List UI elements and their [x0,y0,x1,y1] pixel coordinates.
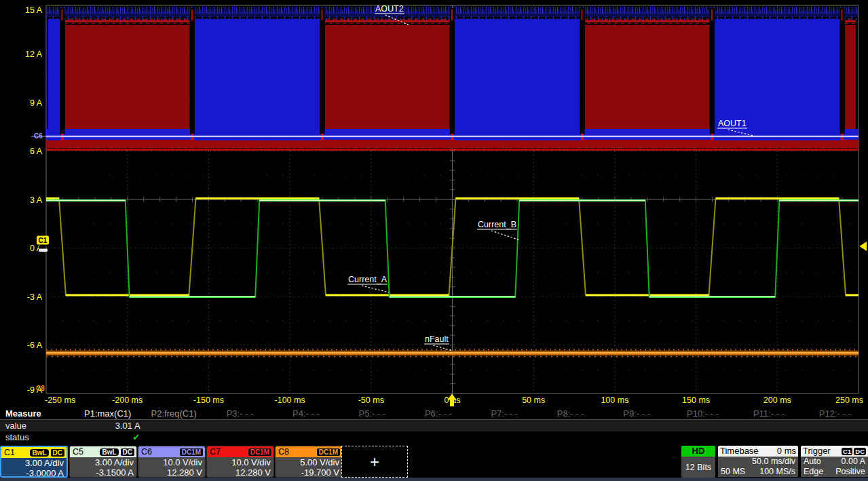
measure-p1[interactable]: P1:max(C1) [75,408,140,419]
scope-grid-svg: 15 A12 A9 A6 A3 A0 A-3 A-6 A-9 A-250 ms-… [0,0,868,407]
pwm-red-spike [61,9,62,20]
c5-coupling-badge: DC [120,448,135,457]
x-axis-label: 200 ms [763,396,791,405]
c8-coupling-badge: DC1M [316,448,341,457]
channel-box-c5[interactable]: C5 BwL DC 3.00 A/div -3.1500 A [69,446,137,478]
oscilloscope-screen: { "scope": { "y_axis_labels": ["15 A","1… [0,0,868,481]
x-axis-label: -150 ms [193,396,224,405]
status-row-label: status [0,432,75,442]
measure-p10[interactable]: P10:- - - [670,408,736,419]
c6-zero-marker: C6 [34,132,43,140]
x-axis-label: -200 ms [112,396,143,405]
add-channel-button[interactable]: + [341,446,408,478]
aout1-pwm-top-fuzz [845,18,856,25]
nfault-label: nFault [425,334,449,344]
x-axis-label: 150 ms [682,396,710,405]
c6-coupling-badge: DC1M [179,448,204,457]
timebase-title: Timebase [720,446,759,457]
c8-offset: -19.700 V [276,468,339,478]
c7-offset: 12.280 V [207,468,271,478]
aout1-label: AOUT1 [718,119,747,128]
aout1-pwm-block [585,25,710,129]
y-axis-label: -6 A [27,341,43,350]
acquisition-mode-box[interactable]: HD 12 Bits [681,446,715,478]
measure-value-row: value 3.01 A [0,420,868,431]
aout1-pwm-block [65,25,190,129]
measure-p2[interactable]: P2:freq(C1) [140,408,206,419]
channel-box-c7[interactable]: C7 DC1M 10.0 V/div 12.280 V [206,446,274,478]
aout2-pwm-block [194,19,320,140]
measure-p6[interactable]: P6:- - - [405,408,471,419]
trigger-mode: Auto [804,457,821,467]
plus-icon: + [370,453,379,472]
measure-status-row: status ✔ [0,431,868,443]
channel-box-c1[interactable]: C1 BwL DC 3.00 A/div -3.0000 A [0,446,68,478]
measure-header-row: Measure P1:max(C1) P2:freq(C1) P3:- - - … [0,407,868,420]
pwm-red-spike [191,9,193,20]
pwm-red-spike [711,9,713,20]
c6-offset: 12.280 V [138,468,202,478]
measure-p5[interactable]: P5:- - - [339,408,405,419]
y-axis-label: 6 A [30,147,43,156]
pwm-gap [580,8,585,134]
waveform-display[interactable]: 15 A12 A9 A6 A3 A0 A-3 A-6 A-9 A-250 ms-… [0,0,868,407]
y-axis-label: 15 A [25,5,43,15]
y-axis-label: 9 A [30,98,43,108]
value-row-label: value [0,421,75,431]
current-b-label: Current_B [478,220,516,229]
c7-label: C7 [210,446,221,457]
c5-label: C5 [73,446,83,457]
aout1-pwm-top-fuzz [325,18,450,25]
trigger-slope: Positive [835,467,865,477]
pwm-gap [710,8,715,134]
trigger-level: 0.00 A [842,457,865,467]
channel-strip: C1 BwL DC 3.00 A/div -3.0000 A C5 BwL DC… [0,445,868,481]
current-a-label-leader [362,286,389,292]
c5-scale: 3.00 A/div [70,458,134,468]
c8-zero-marker: C8 [36,385,45,392]
p1-value: 3.01 A [75,421,147,431]
measure-p4[interactable]: P4:- - - [273,408,339,419]
c6-label: C6 [141,446,152,457]
trigger-type: Edge [804,467,823,477]
timebase-scale: 50.0 ms/div [718,457,798,467]
c1-coupling-badge: DC [50,448,65,457]
p1-status-check-icon: ✔ [75,432,149,442]
measure-p3[interactable]: P3:- - - [207,408,273,419]
x-axis-label: 50 ms [522,396,545,405]
trigger-title: Trigger [803,446,831,457]
timebase-record: 50 MS [721,467,745,477]
current-a-label: Current_A [348,275,388,284]
x-axis-label: 250 ms [835,396,863,405]
measure-p8[interactable]: P8:- - - [537,408,603,419]
c8-label: C8 [278,446,289,457]
measure-p11[interactable]: P11:- - - [736,408,801,419]
aout2-label: AOUT2 [375,4,404,14]
measure-p9[interactable]: P9:- - - [603,408,669,419]
pwm-gap [450,8,455,134]
timebase-offset: 0 ms [777,446,796,457]
x-axis-label: -50 ms [358,396,384,405]
c1-scale: 3.00 A/div [1,459,64,469]
c8-scale: 5.00 V/div [276,458,339,468]
x-axis-label: 100 ms [601,396,628,405]
y-axis-label: 12 A [25,50,43,59]
c7-scale: 10.0 V/div [207,458,271,468]
screen-bottom-edge [0,478,868,481]
c5-bwl-badge: BwL [100,448,118,456]
channel-box-c6[interactable]: C6 DC1M 10.0 V/div 12.280 V [138,446,206,478]
trigger-box[interactable]: Trigger C1 DC Auto 0.00 A Edge Positive [801,446,868,478]
c1-zero-marker: C1 [39,237,48,244]
channel-box-c8[interactable]: C8 DC1M 5.00 V/div -19.700 V [275,446,343,478]
aout2-pwm-block [455,19,581,140]
pwm-red-spike [451,9,453,20]
pwm-gap [60,8,64,134]
measure-p7[interactable]: P7:- - - [472,408,537,419]
timebase-rate: 100 MS/s [759,467,795,477]
c6-scale: 10.0 V/div [138,458,202,468]
timebase-box[interactable]: Timebase 0 ms 50.0 ms/div 50 MS 100 MS/s [718,446,798,478]
trigger-coupling-badge: DC [854,448,866,455]
measure-p12[interactable]: P12:- - - [802,408,868,419]
pwm-gap [320,8,324,134]
aout1-pwm-top-fuzz [585,18,710,25]
